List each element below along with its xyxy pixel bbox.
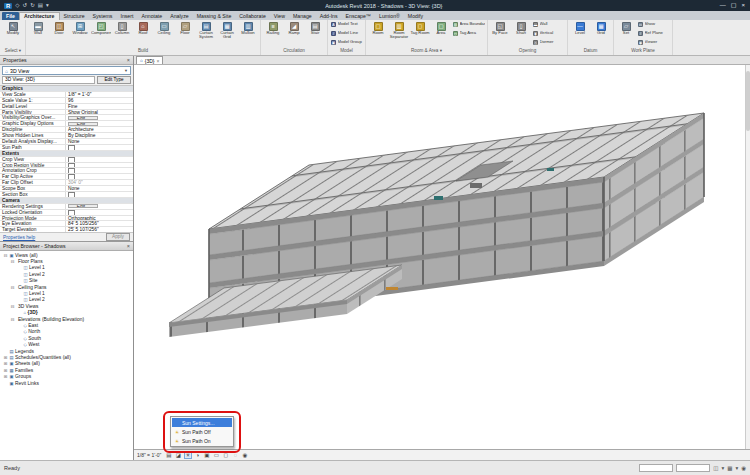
tool-floor[interactable]: ▱ Floor: [175, 20, 195, 47]
tree-toggle-icon[interactable]: ⊟: [10, 317, 15, 322]
tool-modify[interactable]: ↖ Modify: [3, 20, 23, 47]
tool-roof[interactable]: ⌂ Roof: [133, 20, 153, 47]
tab-insert[interactable]: Insert: [116, 12, 137, 20]
view-tab-3d[interactable]: ⌂ {3D} ×: [136, 56, 163, 64]
view-scale-button[interactable]: 1/8" = 1'-0": [137, 452, 161, 458]
worksets-dropdown-icon[interactable]: ▾: [721, 465, 724, 471]
property-value[interactable]: By Discipline: [66, 133, 133, 138]
tab-add-ins[interactable]: Add-Ins: [316, 12, 342, 20]
rendering-dialog-icon[interactable]: ▣: [203, 451, 211, 459]
tab-massing-site[interactable]: Massing & Site: [193, 12, 236, 20]
tool-column[interactable]: ▯ Column: [112, 20, 132, 47]
tool-room[interactable]: ▢ Room: [368, 20, 388, 47]
selection-filter-icon[interactable]: ◉: [741, 465, 746, 471]
property-value[interactable]: [66, 157, 133, 162]
tree-toggle-icon[interactable]: ⊞: [3, 374, 8, 379]
tool-dormer[interactable]: △ Dormer: [532, 38, 565, 47]
property-value[interactable]: None: [66, 139, 133, 144]
redo-icon[interactable]: ↻: [30, 0, 35, 11]
menu-sun-path-off[interactable]: ☀ Sun Path Off: [172, 427, 232, 436]
tab-analyze[interactable]: Analyze: [166, 12, 192, 20]
tool-component[interactable]: ◰ Component: [91, 20, 111, 47]
tool-ramp[interactable]: ◢ Ramp: [284, 20, 304, 47]
close-icon[interactable]: ×: [127, 57, 130, 63]
property-value[interactable]: Edit...: [68, 204, 98, 208]
reveal-hidden-elements-icon[interactable]: ◉: [241, 451, 249, 459]
tree-toggle-icon[interactable]: ⊟: [10, 259, 15, 264]
tab-enscape[interactable]: Enscape™: [342, 12, 375, 20]
property-value[interactable]: 84' 5 105/256": [66, 221, 133, 226]
property-value[interactable]: [66, 163, 133, 168]
tool-by-face[interactable]: ◱ By Face: [490, 20, 510, 47]
property-value[interactable]: None: [66, 186, 133, 191]
property-value[interactable]: [66, 174, 133, 179]
design-options-dropdown-icon[interactable]: ▾: [735, 465, 738, 471]
show-crop-region-icon[interactable]: ◻: [222, 451, 230, 459]
tree-revit-links[interactable]: ▣ Revit Links: [0, 380, 133, 386]
design-options-dropdown[interactable]: [676, 464, 710, 472]
tool-window[interactable]: ⊞ Window: [70, 20, 90, 47]
tool-opening-wall[interactable]: ▬ Wall: [532, 20, 565, 29]
tool-model-text[interactable]: A Model Text: [330, 20, 363, 29]
property-value[interactable]: [66, 210, 133, 215]
tool-tag-area[interactable]: ◻ Tag Area: [452, 29, 485, 38]
property-value[interactable]: [23, 86, 133, 91]
property-value[interactable]: [66, 168, 133, 173]
tab-structure[interactable]: Structure: [60, 12, 89, 20]
tab-manage[interactable]: Manage: [289, 12, 316, 20]
property-value[interactable]: 304' 0": [66, 180, 133, 185]
tool-curtain-system[interactable]: ▤ Curtain System: [196, 20, 216, 47]
property-value[interactable]: Edit...: [68, 122, 98, 126]
tab-collaborate[interactable]: Collaborate: [235, 12, 270, 20]
tab-systems[interactable]: Systems: [89, 12, 117, 20]
properties-help-link[interactable]: Properties help: [3, 235, 35, 240]
tree-toggle-icon[interactable]: ⊟: [10, 285, 15, 290]
tab-modify[interactable]: Modify: [404, 12, 427, 20]
design-options-icon[interactable]: ▦: [727, 465, 732, 471]
visual-style-icon[interactable]: ◪: [174, 451, 182, 459]
property-value[interactable]: 96: [66, 98, 133, 103]
worksets-icon[interactable]: ◫: [713, 465, 718, 471]
tool-curtain-grid[interactable]: ▦ Curtain Grid: [217, 20, 237, 47]
save-icon[interactable]: ◇: [15, 0, 19, 11]
tree-toggle-icon[interactable]: ⊟: [10, 304, 15, 309]
tool-mullion[interactable]: ▥ Mullion: [238, 20, 258, 47]
tab-lumion[interactable]: Lumion®: [375, 12, 404, 20]
tool-viewer[interactable]: ◉ Viewer: [637, 38, 670, 47]
shadows-icon[interactable]: ◑: [193, 451, 201, 459]
property-value[interactable]: Edit...: [68, 116, 98, 120]
vertical-scrollbar[interactable]: [745, 65, 750, 449]
close-icon[interactable]: ×: [127, 243, 130, 249]
tree-toggle-icon[interactable]: ⊞: [3, 355, 8, 360]
property-value[interactable]: [19, 151, 133, 156]
maximize-button[interactable]: ▢: [731, 0, 737, 11]
tool-show[interactable]: ▭ Show: [637, 20, 670, 29]
instance-combo[interactable]: 3D View: {3D}: [2, 76, 95, 84]
tool-vertical[interactable]: ▮ Vertical: [532, 29, 565, 38]
tab-view[interactable]: View: [270, 12, 289, 20]
revit-logo[interactable]: R: [4, 3, 12, 9]
minimize-button[interactable]: —: [720, 0, 726, 11]
tool-tag-room[interactable]: ◻ Tag Room: [410, 20, 430, 47]
tool-shaft[interactable]: ▯ Shaft: [511, 20, 531, 47]
type-selector[interactable]: ⌂ 3D View ▼: [2, 66, 131, 75]
tool-grid[interactable]: ▦ Grid: [591, 20, 611, 47]
property-value[interactable]: [66, 192, 133, 197]
tool-set[interactable]: ▱ Set: [616, 20, 636, 47]
menu-sun-settings[interactable]: Sun Settings...: [172, 418, 232, 427]
undo-icon[interactable]: ↺: [23, 0, 28, 11]
tool-area[interactable]: ▢ Area: [431, 20, 451, 47]
quick-access-customize-icon[interactable]: ▾: [46, 0, 49, 11]
menu-sun-path-on[interactable]: ☀ Sun Path On: [172, 436, 232, 445]
property-value[interactable]: Fine: [66, 104, 133, 109]
tool-level[interactable]: — Level: [570, 20, 590, 47]
crop-view-icon[interactable]: ▭: [212, 451, 220, 459]
worksets-dropdown[interactable]: [639, 464, 673, 472]
tree-toggle-icon[interactable]: ⊞: [3, 361, 8, 366]
property-value[interactable]: [66, 145, 133, 150]
temporary-hide-isolate-icon[interactable]: ◌: [231, 451, 239, 459]
tab-annotate[interactable]: Annotate: [137, 12, 166, 20]
tab-file[interactable]: File: [2, 12, 19, 20]
tool-ref-plane[interactable]: / Ref Plane: [637, 29, 670, 38]
property-value[interactable]: Show Original: [66, 110, 133, 115]
